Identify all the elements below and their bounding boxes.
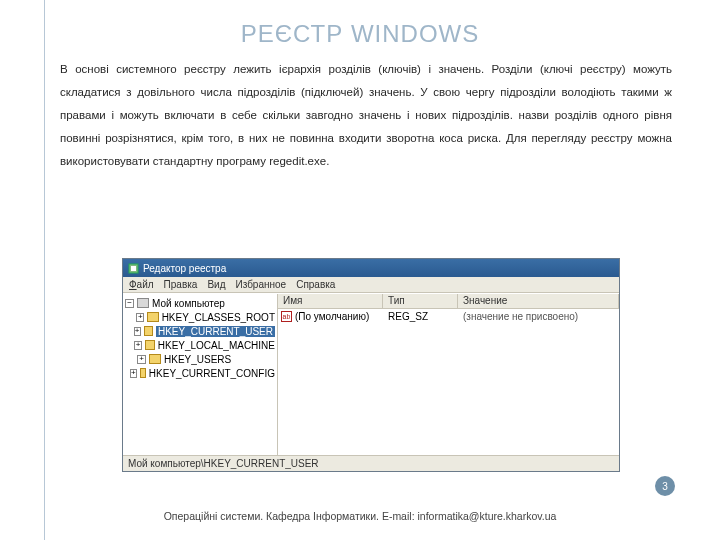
- tree-root-label: Мой компьютер: [152, 298, 225, 309]
- regedit-window: Редактор реестра ФФайлайл Правка Вид Изб…: [122, 258, 620, 472]
- folder-icon: [145, 340, 155, 350]
- tree-root[interactable]: − Мой компьютер: [125, 296, 275, 310]
- menu-view[interactable]: Вид: [207, 279, 225, 290]
- tree-key[interactable]: + HKEY_CURRENT_CONFIG: [125, 366, 275, 380]
- menu-help[interactable]: Справка: [296, 279, 335, 290]
- tree-key-selected-label: HKEY_CURRENT_USER: [156, 326, 275, 337]
- tree-key-label: HKEY_USERS: [164, 354, 231, 365]
- footer-text: Операційні системи. Кафедра Інформатики.…: [0, 510, 720, 522]
- registry-tree[interactable]: − Мой компьютер + HKEY_CLASSES_ROOT + HK…: [123, 294, 278, 455]
- window-titlebar[interactable]: Редактор реестра: [123, 259, 619, 277]
- tree-key[interactable]: + HKEY_LOCAL_MACHINE: [125, 338, 275, 352]
- tree-key[interactable]: + HKEY_CLASSES_ROOT: [125, 310, 275, 324]
- col-header-type[interactable]: Тип: [383, 294, 458, 308]
- status-text: Мой компьютер\HKEY_CURRENT_USER: [128, 458, 319, 469]
- minus-icon[interactable]: −: [125, 299, 134, 308]
- folder-icon: [144, 326, 153, 336]
- value-data: (значение не присвоено): [458, 311, 619, 322]
- list-header[interactable]: Имя Тип Значение: [278, 294, 619, 309]
- tree-key[interactable]: + HKEY_USERS: [125, 352, 275, 366]
- tree-key[interactable]: + HKEY_CURRENT_USER: [125, 324, 275, 338]
- plus-icon[interactable]: +: [134, 327, 141, 336]
- slide-title: РЕЄСТР WINDOWS: [0, 20, 720, 48]
- tree-key-label: HKEY_CLASSES_ROOT: [162, 312, 275, 323]
- plus-icon[interactable]: +: [136, 313, 144, 322]
- menu-file[interactable]: ФФайлайл: [129, 279, 154, 290]
- plus-icon[interactable]: +: [137, 355, 146, 364]
- folder-icon: [140, 368, 146, 378]
- tree-key-label: HKEY_LOCAL_MACHINE: [158, 340, 275, 351]
- computer-icon: [137, 298, 149, 308]
- value-name: (По умолчанию): [295, 311, 369, 322]
- col-header-value[interactable]: Значение: [458, 294, 619, 308]
- tree-key-label: HKEY_CURRENT_CONFIG: [149, 368, 275, 379]
- folder-icon: [149, 354, 161, 364]
- plus-icon[interactable]: +: [130, 369, 137, 378]
- window-title: Редактор реестра: [143, 263, 226, 274]
- app-icon: [127, 262, 139, 274]
- svg-rect-1: [131, 266, 136, 271]
- value-type: REG_SZ: [383, 311, 458, 322]
- plus-icon[interactable]: +: [134, 341, 141, 350]
- page-number-badge: 3: [655, 476, 675, 496]
- menu-edit[interactable]: Правка: [164, 279, 198, 290]
- string-value-icon: ab: [281, 311, 292, 322]
- menu-fav[interactable]: Избранное: [235, 279, 286, 290]
- slide-body-text: В основі системного реєстру лежить ієрар…: [60, 58, 672, 173]
- table-row[interactable]: ab (По умолчанию) REG_SZ (значение не пр…: [278, 309, 619, 323]
- values-pane: Имя Тип Значение ab (По умолчанию) REG_S…: [278, 294, 619, 455]
- slide-accent-line: [44, 0, 45, 540]
- list-body[interactable]: ab (По умолчанию) REG_SZ (значение не пр…: [278, 309, 619, 455]
- menubar: ФФайлайл Правка Вид Избранное Справка: [123, 277, 619, 293]
- folder-icon: [147, 312, 158, 322]
- col-header-name[interactable]: Имя: [278, 294, 383, 308]
- statusbar: Мой компьютер\HKEY_CURRENT_USER: [123, 455, 619, 471]
